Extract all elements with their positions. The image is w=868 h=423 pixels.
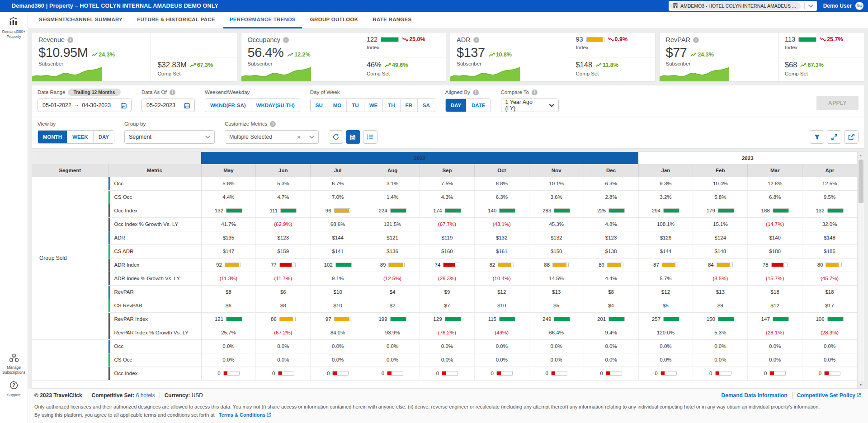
dow-option-tu[interactable]: TU (346, 99, 363, 112)
table-cell: (28.3%) (802, 326, 857, 339)
hotel-icon (673, 3, 678, 9)
aligned-by-option-date[interactable]: DATE (466, 99, 490, 112)
kpi-subscriber-label: Subscriber (457, 61, 569, 66)
dow-option-th[interactable]: TH (382, 99, 400, 112)
scroll-down-icon[interactable]: ▼ (858, 381, 864, 388)
trend-value: 11.8% (603, 62, 618, 68)
weekend-option-wkday-su-th-[interactable]: WKDAY(SU-TH) (251, 99, 300, 112)
demand-data-information-link[interactable]: Demand Data Information (722, 392, 788, 399)
table-cell: 0.0% (474, 353, 529, 367)
save-button[interactable] (346, 130, 360, 144)
kpi-subscriber-label: Subscriber (248, 61, 360, 66)
cell-value: 41.7% (221, 221, 236, 227)
view-by-option-week[interactable]: WEEK (67, 131, 93, 143)
cell-value: 4.8% (605, 221, 617, 227)
sidebar-item-support[interactable]: ? Support (7, 381, 21, 398)
table-cell: 115 (474, 312, 529, 326)
list-view-button[interactable] (363, 130, 377, 144)
vertical-scrollbar[interactable]: ▲ ▼ (857, 152, 864, 388)
aligned-by-option-day[interactable]: DAY (446, 99, 466, 112)
scrollbar-thumb[interactable] (859, 160, 863, 203)
expand-button[interactable] (827, 130, 841, 144)
segment-cell (32, 339, 108, 380)
table-cell: 120.0% (638, 326, 693, 339)
table-cell: (62.9%) (256, 217, 311, 231)
chevron-down-icon[interactable] (808, 5, 813, 8)
apply-button[interactable]: APPLY (816, 96, 859, 110)
cell-value: 0.0% (714, 343, 726, 349)
refresh-button[interactable] (329, 130, 343, 144)
dow-option-we[interactable]: WE (364, 99, 383, 112)
tab-future-historical-pace[interactable]: FUTURE & HISTORICAL PACE (131, 12, 222, 28)
metric-name: RevPAR Index (110, 316, 148, 322)
scroll-up-icon[interactable]: ▲ (858, 152, 864, 159)
table-cell: (15.7%) (748, 272, 802, 285)
data-as-of-input[interactable]: 05-22-2023 (142, 99, 195, 112)
view-by-option-day[interactable]: DAY (93, 131, 114, 143)
cell-value: $132 (551, 235, 562, 240)
customize-metrics-select[interactable]: Multiple Selected × (225, 130, 319, 144)
dow-option-fr[interactable]: FR (400, 99, 417, 112)
kpi-row: Revenuei$10.95M24.3%Subscriber$32.83M67.… (32, 32, 864, 82)
user-menu[interactable]: Demo User DU (823, 2, 863, 10)
export-button[interactable] (844, 130, 859, 144)
tab-group-outlook[interactable]: GROUP OUTLOOK (304, 12, 365, 28)
table-cell: $7 (420, 299, 475, 312)
dow-option-su[interactable]: SU (311, 99, 328, 112)
dow-option-mo[interactable]: MO (328, 99, 347, 112)
filter-button[interactable] (810, 130, 824, 144)
cell-value: 5.8% (714, 194, 726, 200)
index-value: 0 (491, 371, 494, 376)
compare-to-select[interactable]: 1 Year Ago (LY) (501, 99, 559, 112)
table-cell: $126 (638, 231, 693, 244)
competitive-set-policy-link[interactable]: Competitive Set Policy (797, 392, 861, 399)
cell-value: 2.8% (605, 194, 617, 200)
cell-value: 0.0% (824, 357, 835, 362)
sidebar-item-label: Manage Subscriptions (1, 365, 27, 375)
property-selector[interactable]: AMDEMO3 - HOTEL COLYN INTERNAL AMADEUS .… (669, 1, 817, 11)
chevron-down-icon (309, 136, 314, 139)
dow-option-sa[interactable]: SA (417, 99, 435, 112)
table-cell: $140 (748, 231, 802, 244)
view-by-option-month[interactable]: MONTH (38, 131, 67, 143)
cell-value: (67.7%) (438, 221, 456, 227)
index-label: Index (576, 45, 655, 50)
weekend-option-wknd-fr-sa-[interactable]: WKND(FR-SA) (205, 99, 251, 112)
tab-performance-trends[interactable]: PERFORMANCE TRENDS (223, 12, 302, 28)
aligned-by-group: Aligned By i DAYDATE (445, 88, 491, 112)
index-bar (223, 371, 240, 376)
clear-icon[interactable]: × (297, 134, 301, 141)
table-cell: 0 (693, 367, 748, 380)
group-by-label: Group by (124, 121, 146, 127)
table-cell: 0.0% (256, 353, 311, 367)
group-by-value: Segment (129, 134, 197, 140)
compset-link[interactable]: 6 hotels (136, 392, 155, 399)
table-cell: 4.3% (420, 190, 475, 204)
table-cell: 6.3% (474, 190, 529, 204)
tab-rate-ranges[interactable]: RATE RANGES (366, 12, 418, 28)
index-value: 0 (655, 371, 657, 376)
cell-value: $13 (716, 289, 725, 295)
table-cell: 174 (420, 204, 475, 217)
calendar-icon[interactable] (184, 103, 190, 108)
calendar-icon[interactable] (121, 103, 127, 108)
sidebar-item-demand360-property[interactable]: Demand360+ Property (1, 16, 27, 39)
cell-value: 0.0% (277, 343, 289, 349)
avatar[interactable]: DU (855, 2, 863, 10)
metric-cell: Occ (108, 339, 201, 353)
index-value: 88 (544, 262, 550, 268)
index-value: 257 (652, 316, 660, 322)
index-bar (824, 371, 840, 376)
table-cell: $144 (311, 231, 365, 244)
sidebar-item-manage-subscriptions[interactable]: Manage Subscriptions (1, 354, 27, 375)
trend-up-icon: 49.6% (385, 62, 408, 68)
terms-link[interactable]: Terms & Conditions (219, 411, 271, 419)
table-cell: $121 (365, 231, 420, 244)
kpi-index-cell (151, 33, 236, 57)
index-bar (827, 317, 844, 321)
date-range-input[interactable]: 05-01-2022 ~ 04-30-2023 (38, 99, 132, 112)
table-cell: 0 (201, 367, 256, 380)
table-cell: 147 (748, 312, 802, 326)
tab-segment-channel-summary[interactable]: SEGMENT/CHANNEL SUMMARY (33, 12, 129, 28)
group-by-select[interactable]: Segment (124, 130, 215, 144)
